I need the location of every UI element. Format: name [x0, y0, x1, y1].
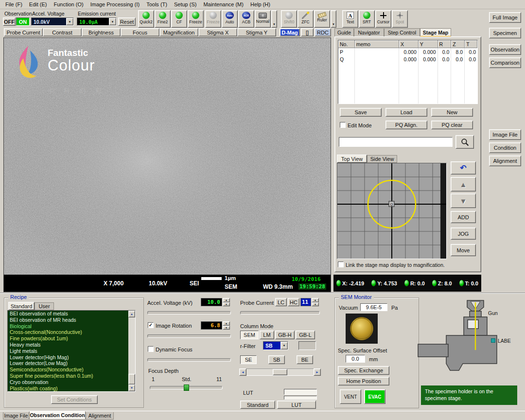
scroll-right-button[interactable]: ►	[314, 368, 321, 376]
menu-file[interactable]: File (F)	[2, 0, 26, 8]
column-mode-gbh-button[interactable]: GB-H	[275, 331, 295, 339]
tab-observation-condition[interactable]: Observation Condition	[29, 411, 86, 420]
column-mode-lm-button[interactable]: LM	[260, 331, 274, 339]
detector-sb-button[interactable]: SB	[268, 355, 285, 364]
move-down-button[interactable]: ▼	[451, 193, 476, 208]
save-button[interactable]: Save	[340, 108, 382, 117]
list-item[interactable]: BEI observation of MR heads	[8, 317, 135, 323]
menu-tools[interactable]: Tools (T)	[143, 0, 171, 8]
list-item[interactable]: Fine powders(about 1um)	[8, 335, 135, 342]
tab-guide[interactable]: Guide	[334, 28, 354, 36]
search-button[interactable]	[455, 135, 474, 149]
column-mode-sem-button[interactable]: SEM	[240, 331, 259, 339]
menu-help[interactable]: Help (H)	[247, 0, 274, 8]
scroll-thumb[interactable]	[128, 374, 135, 385]
freeze-button[interactable]: Freeze	[188, 10, 204, 28]
image-file-button[interactable]: Image File	[489, 129, 521, 140]
emission-current-select[interactable]: 10.0µA ▼	[77, 18, 117, 26]
alignment-button[interactable]: Alignment	[489, 156, 521, 166]
hc-button[interactable]: HC	[288, 298, 299, 306]
tab-side-view[interactable]: Side View	[367, 155, 397, 163]
ruler-button[interactable]: Ruler	[314, 10, 330, 28]
accel-voltage-select[interactable]: 10.0kV ▼	[31, 18, 74, 26]
chevron-down-icon[interactable]: ▼	[280, 342, 288, 350]
dynamic-focus-slider[interactable]	[147, 358, 231, 362]
tab-image-file[interactable]: Image File	[3, 412, 29, 420]
tab-user[interactable]: User	[35, 302, 54, 310]
scroll-left-button[interactable]: ◄	[239, 368, 246, 376]
vent-button[interactable]: VENT	[340, 389, 361, 404]
accel-kv-spinner[interactable]: ▲▼	[223, 298, 230, 306]
list-item[interactable]: Heavy metals	[8, 342, 135, 348]
chevron-down-icon[interactable]: ▼	[66, 18, 73, 25]
search-input[interactable]	[339, 137, 453, 147]
magnification-knob[interactable]: Magnification	[159, 28, 198, 36]
list-item[interactable]: Super fine powders(less than 0.1um)	[8, 373, 135, 379]
detector-scrollbar[interactable]: ◄ ►	[239, 368, 321, 376]
dmag-button[interactable]: D-Mag	[280, 28, 300, 36]
edit-mode-checkbox[interactable]	[340, 122, 346, 128]
stage-map-grid[interactable]: Q	[337, 163, 446, 259]
full-image-button[interactable]: Full Image	[489, 12, 521, 23]
probe-current-spinner[interactable]: ▲▼	[312, 298, 319, 306]
tab-stage-map[interactable]: Stage Map	[420, 28, 451, 37]
acb-button[interactable]: ACBACB	[238, 10, 254, 28]
auto-button[interactable]: AutoAuto	[222, 10, 238, 28]
home-position-button[interactable]: Home Position	[338, 377, 389, 385]
table-row[interactable]: Q0.0000.0000.00.00.0	[338, 55, 477, 63]
reset-button[interactable]: Reset	[118, 18, 136, 26]
focus-depth-thumb[interactable]	[184, 385, 189, 391]
tab-standard[interactable]: Standard	[8, 302, 35, 310]
lc-button[interactable]: LC	[275, 298, 287, 306]
ruler-dropdown-button[interactable]: ▼	[331, 10, 336, 28]
rdc-button[interactable]: RDC	[315, 28, 331, 36]
probe-current-slider[interactable]	[240, 311, 320, 315]
pq-clear-button[interactable]: PQ clear	[431, 121, 473, 129]
menu-setup[interactable]: Setup (S)	[171, 0, 200, 8]
menu-function[interactable]: Function (O)	[51, 0, 87, 8]
stigma-y-knob[interactable]: Stigma Y	[237, 28, 276, 36]
zfc-button[interactable]: ZFC	[298, 10, 314, 28]
scroll-up-button[interactable]: ▲	[128, 311, 135, 317]
observation-on-button[interactable]: ON	[16, 18, 30, 26]
accel-kv-slider[interactable]	[147, 311, 231, 315]
fine2-button[interactable]: Fine2	[155, 10, 171, 28]
observation-off-button[interactable]: OFF	[3, 18, 16, 26]
lut-standard-button[interactable]: Standard	[240, 401, 275, 409]
tab-navigator[interactable]: Navigator	[354, 28, 384, 36]
list-item[interactable]: Light metals	[8, 348, 135, 354]
recipe-scrollbar[interactable]: ▲ ▼	[128, 311, 135, 391]
undo-move-button[interactable]: ↶	[451, 161, 476, 175]
stigma-x-knob[interactable]: Stigma X	[198, 28, 237, 36]
list-item[interactable]: Biological	[8, 323, 135, 330]
comparison-button[interactable]: Comparison	[489, 57, 521, 68]
pq-align-button[interactable]: PQ Align.	[385, 121, 427, 129]
focus-depth-slider[interactable]	[150, 386, 223, 389]
probe-current-knob[interactable]: Probe Current	[4, 28, 43, 36]
move-up-button[interactable]: ▲	[451, 177, 476, 192]
column-mode-gbl-button[interactable]: GB-L	[296, 331, 315, 339]
new-button[interactable]: New	[431, 108, 473, 117]
move-button[interactable]: Move	[451, 244, 476, 256]
spec-exchange-button[interactable]: Spec. Exchange	[338, 366, 389, 375]
normal-button[interactable]: Normal	[255, 10, 271, 28]
menu-image-processing[interactable]: Image Processing (I)	[87, 0, 143, 8]
bracket-button[interactable]: []	[301, 28, 314, 36]
tab-alignment[interactable]: Alignment	[86, 412, 114, 420]
rfilter-select[interactable]: SB ▼	[263, 341, 288, 350]
tab-step-control[interactable]: Step Control	[384, 28, 420, 36]
quick2-button[interactable]: Quick2	[138, 10, 154, 28]
list-item[interactable]: Lower detector(High Mag)	[8, 354, 135, 361]
detector-be-button[interactable]: BE	[297, 355, 313, 364]
cursor-button[interactable]: Cursor	[375, 10, 391, 28]
evac-button[interactable]: EVAC	[364, 389, 385, 404]
list-item[interactable]: BEI observation of metals	[8, 311, 135, 317]
list-item[interactable]: Plastics(with coating)	[8, 385, 135, 392]
jog-button[interactable]: JOG	[451, 228, 476, 240]
chevron-down-icon[interactable]: ▼	[109, 18, 116, 25]
detector-se-button[interactable]: SE	[240, 355, 257, 364]
scroll-down-button[interactable]: ▼	[128, 385, 135, 391]
list-item[interactable]: Cross-sectional(Nonconductive)	[8, 329, 135, 335]
brightness-knob[interactable]: Brightness	[82, 28, 121, 36]
list-item[interactable]: Cryo observation	[8, 379, 135, 385]
